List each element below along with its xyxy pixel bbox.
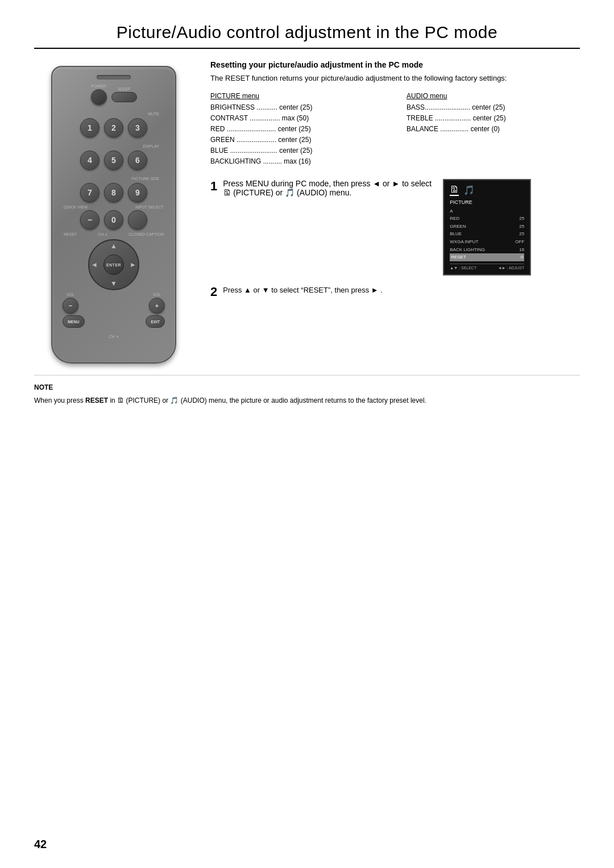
nav-left-arrow[interactable]: ◄ <box>91 261 98 269</box>
brightness-row: BRIGHTNESS ........... center (25) <box>210 102 384 113</box>
steps-section: 1 Press MENU during PC mode, then press … <box>210 179 580 298</box>
note-audio-icon: 🎵 <box>170 397 179 404</box>
sleep-label: SLEEP <box>118 87 131 91</box>
nav-down-arrow[interactable]: ▼ <box>110 279 117 287</box>
exit-button[interactable]: EXIT <box>146 315 165 328</box>
screen-row-red: RED25 <box>450 215 524 223</box>
power-label: POWER <box>91 84 106 88</box>
screen-row-wxga: WXGA INPUTOFF <box>450 238 524 246</box>
sleep-button[interactable] <box>111 92 137 102</box>
nav-right-arrow[interactable]: ► <box>130 261 136 269</box>
screen-mockup: 🖻 🎵 PICTURE A RED25 GREEN25 <box>443 179 531 276</box>
vol-up-button[interactable]: + <box>149 298 165 314</box>
screen-picture-icon: 🖻 <box>450 185 459 196</box>
step2-down-arrow: ▼ <box>262 286 269 294</box>
page-number: 42 <box>34 838 47 851</box>
reset-desc: The RESET function returns your picture/… <box>210 73 580 84</box>
reset-title: Resetting your picture/audio adjustment … <box>210 60 580 69</box>
main-content: POWER SLEEP MUTE 1 <box>34 60 580 364</box>
left-column: POWER SLEEP MUTE 1 <box>34 60 193 364</box>
screen-row-reset: RESET0 <box>450 253 524 261</box>
audio-menu-col: AUDIO menu BASS........................ … <box>406 92 580 168</box>
step2-press: Press <box>223 286 242 294</box>
step1-menu-bold: MENU <box>246 179 269 188</box>
step1-or: or <box>383 179 392 188</box>
reset-section: Resetting your picture/audio adjustment … <box>210 60 580 168</box>
screen-row-backlight: BACK LIGHTING16 <box>450 246 524 254</box>
step1-during: during PC mode, then press <box>269 179 370 188</box>
green-row: GREEN ..................... center (25) <box>210 135 384 145</box>
step2-select-text: to select “RESET”, then press <box>271 286 369 294</box>
step1-to-select: to select <box>402 179 432 188</box>
step-1-content: Press MENU during PC mode, then press ◄ … <box>223 179 531 276</box>
vol-section: VOL − VOL + <box>63 293 165 314</box>
num-row-2: 4 5 6 <box>63 151 165 170</box>
picture-menu-title: PICTURE menu <box>210 92 384 100</box>
screen-bottom: ▲▼ : SELECT ◄► : ADJUST <box>450 264 524 270</box>
step1-arrow-left: ◄ <box>372 179 380 188</box>
treble-row: TREBLE ................... center (25) <box>406 113 580 124</box>
remote-wrapper: POWER SLEEP MUTE 1 <box>34 66 193 364</box>
btn-input[interactable] <box>128 210 147 229</box>
audio-icon: 🎵 <box>285 188 294 197</box>
reset-label: RESET <box>64 232 77 237</box>
nav-pad: ▲ ▼ ◄ ► ENTER <box>88 239 139 290</box>
btn-9[interactable]: 9 <box>128 183 147 202</box>
enter-button[interactable]: ENTER <box>103 254 124 275</box>
ch-up-label: CH ∧ <box>98 232 107 237</box>
screen-row-a: A <box>450 207 524 215</box>
note-text: When you press RESET in 🖻 (PICTURE) or 🎵… <box>34 395 580 406</box>
btn-4[interactable]: 4 <box>80 151 99 170</box>
screen-row-blue: BLUE25 <box>450 230 524 238</box>
red-row: RED .......................... center (2… <box>210 124 384 135</box>
screen-row-green: GREEN25 <box>450 223 524 231</box>
page-title: Picture/Audio control adjustment in the … <box>34 23 580 49</box>
btn-3[interactable]: 3 <box>128 118 147 137</box>
step2-or: or <box>254 286 262 294</box>
step-1-number: 1 <box>210 180 217 193</box>
btn-1[interactable]: 1 <box>80 118 99 137</box>
input-select-label: INPUT SELECT <box>135 205 164 209</box>
step1-picture-label: (PICTURE) or <box>233 188 285 197</box>
ch-down-label: CH ∨ <box>109 335 118 339</box>
step-1: 1 Press MENU during PC mode, then press … <box>210 179 580 276</box>
btn-6[interactable]: 6 <box>128 151 147 170</box>
btn-7[interactable]: 7 <box>80 183 99 202</box>
menu-button[interactable]: MENU <box>63 315 85 328</box>
nav-up-arrow[interactable]: ▲ <box>110 242 117 250</box>
screen-select-hint: ▲▼ : SELECT <box>450 266 476 270</box>
btn-2[interactable]: 2 <box>104 118 123 137</box>
audio-menu-title: AUDIO menu <box>406 92 580 100</box>
step1-audio-label: (AUDIO) menu. <box>297 188 351 197</box>
step-1-text: Press MENU during PC mode, then press ◄ … <box>223 179 432 197</box>
screen-icons: 🖻 🎵 <box>450 185 524 196</box>
step2-right-arrow: ► <box>371 286 379 294</box>
btn-5[interactable]: 5 <box>104 151 123 170</box>
note-title: NOTE <box>34 382 580 393</box>
btn-0[interactable]: 0 <box>104 210 123 229</box>
step-2-content: Press ▲ or ▼ to select “RESET”, then pre… <box>223 285 580 297</box>
screen-menu-title: PICTURE <box>450 199 524 205</box>
contrast-row: CONTRAST ................ max (50) <box>210 113 384 124</box>
settings-table: PICTURE menu BRIGHTNESS ........... cent… <box>210 92 580 168</box>
closed-caption-label: CLOSED CAPTION <box>128 232 164 237</box>
backlighting-row: BACKLIGHTING .......... max (16) <box>210 156 384 167</box>
display-label: DISPLAY <box>143 144 159 148</box>
quick-view-label: QUICK VIEW <box>64 205 88 209</box>
step2-up-arrow: ▲ <box>244 286 251 294</box>
step-2: 2 Press ▲ or ▼ to select “RESET”, then p… <box>210 285 580 298</box>
picture-icon: 🖻 <box>223 188 231 197</box>
note-section: NOTE When you press RESET in 🖻 (PICTURE)… <box>34 375 580 406</box>
vol-down-button[interactable]: − <box>63 298 78 314</box>
page-container: Picture/Audio control adjustment in the … <box>0 0 614 429</box>
num-row-1: 1 2 3 <box>63 118 165 137</box>
screen-adjust-hint: ◄► : ADJUST <box>498 266 525 270</box>
menu-exit-row: MENU EXIT <box>63 315 165 328</box>
nav-ring[interactable]: ▲ ▼ ◄ ► ENTER <box>88 239 139 290</box>
power-button[interactable] <box>91 89 107 105</box>
btn-8[interactable]: 8 <box>104 183 123 202</box>
mute-label: MUTE <box>148 112 159 116</box>
picture-size-label: PICTURE SIZE <box>132 177 159 181</box>
note-picture-icon: 🖻 <box>117 397 124 404</box>
btn-minus[interactable]: − <box>80 210 99 229</box>
